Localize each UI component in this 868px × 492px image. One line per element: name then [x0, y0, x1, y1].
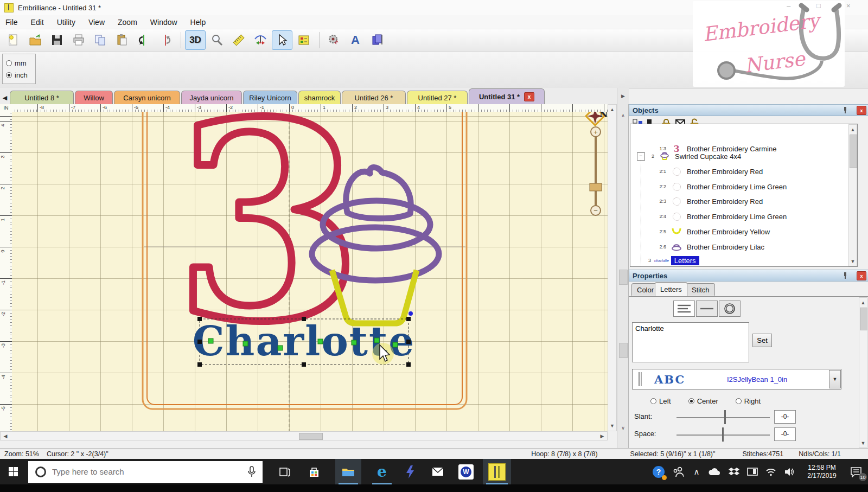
canvas-vertical-scrollbar[interactable]: ▲ ▼	[608, 104, 617, 431]
menu-view[interactable]: View	[88, 18, 105, 27]
3d-view-button[interactable]: 3D	[185, 30, 206, 50]
slant-value[interactable]: -0-	[774, 410, 796, 424]
font-selector[interactable]: ABC I2SJellyBean 1_0in ▼	[632, 369, 841, 389]
align-right-option[interactable]: Right	[736, 395, 761, 407]
object-row-letters[interactable]: 3 charlotte Letters	[630, 253, 858, 267]
splitter-grip[interactable]	[619, 270, 628, 285]
menu-file[interactable]: File	[5, 18, 18, 27]
tab-untitled-8[interactable]: Untitled 8 *	[10, 91, 74, 104]
help-tray-icon[interactable]: ?	[649, 459, 668, 484]
objects-pane-header[interactable]: Objects	[629, 104, 868, 116]
select-pointer-button[interactable]	[272, 30, 292, 50]
object-row[interactable]: 2:5 Brother Embroidery Yellow	[630, 225, 858, 239]
tree-scroll-thumb[interactable]	[850, 135, 857, 168]
pin-icon[interactable]	[841, 106, 849, 114]
tab-untitled-26[interactable]: Untitled 26 *	[342, 91, 406, 104]
tab-overflow-right-icon[interactable]: ▶	[620, 92, 627, 99]
taskbar-search[interactable]	[28, 461, 263, 483]
tab-untitled-27[interactable]: Untitled 27 *	[407, 91, 468, 104]
scroll-up-icon[interactable]: ▲	[859, 299, 867, 306]
object-row[interactable]: 2:3 Brother Embroidery Red	[630, 194, 858, 208]
paste-button[interactable]	[112, 30, 132, 50]
color-notes-button[interactable]	[293, 30, 314, 50]
lightning-app-icon[interactable]	[398, 459, 422, 484]
notification-center-icon[interactable]: 10	[844, 459, 868, 484]
zoom-in-icon[interactable]: +	[593, 128, 598, 136]
save-button[interactable]	[47, 30, 67, 50]
open-file-button[interactable]	[25, 30, 46, 50]
font-dropdown-icon[interactable]: ▼	[829, 370, 841, 388]
space-slider-handle[interactable]	[722, 427, 724, 442]
zoom-tool-button[interactable]	[207, 30, 227, 50]
properties-scroll-thumb[interactable]	[860, 308, 867, 330]
scroll-up-icon[interactable]: ▲	[608, 106, 616, 113]
tab-riley-unicorn[interactable]: Riley Unicorn	[243, 91, 297, 104]
menu-window[interactable]: Window	[150, 18, 177, 27]
hscroll-thumb[interactable]	[299, 433, 323, 440]
scroll-down-icon[interactable]: ▼	[849, 258, 857, 265]
display-tray-icon[interactable]	[743, 459, 762, 484]
measure-tool-button[interactable]	[228, 30, 249, 50]
tab-letters[interactable]: Letters	[655, 282, 687, 296]
merge-design-button[interactable]	[367, 30, 387, 50]
stitch-export-button[interactable]	[323, 30, 344, 50]
align-left-option[interactable]: Left	[650, 395, 671, 407]
maximize-button[interactable]: □	[816, 2, 821, 10]
print-button[interactable]	[68, 30, 89, 50]
search-input[interactable]	[51, 467, 247, 477]
panel-splitter[interactable]: ▶ ∧ ∨	[617, 88, 629, 448]
properties-scrollbar[interactable]: ▲ ▼	[859, 297, 867, 448]
scroll-right-icon[interactable]: ▶	[598, 432, 606, 440]
zoom-out-icon[interactable]: −	[593, 207, 598, 215]
design-canvas[interactable]: 3 Charlotte	[12, 112, 608, 431]
tab-willow[interactable]: Willow	[75, 91, 113, 104]
tray-expand-icon[interactable]: ∧	[688, 459, 705, 484]
flip-vertical-button[interactable]	[155, 30, 176, 50]
menu-utility[interactable]: Utility	[57, 18, 75, 27]
tab-shamrock[interactable]: shamrock	[298, 91, 341, 104]
wilcom-app-icon[interactable]: W	[454, 459, 478, 484]
mail-app-icon[interactable]	[425, 459, 450, 484]
scroll-down-icon[interactable]: ▼	[608, 422, 616, 430]
menu-help[interactable]: Help	[190, 18, 206, 27]
task-view-icon[interactable]	[272, 459, 297, 484]
dropbox-tray-icon[interactable]	[725, 459, 743, 484]
flip-horizontal-button[interactable]	[133, 30, 154, 50]
align-center-option[interactable]: Center	[688, 395, 718, 407]
unit-inch-option[interactable]: inch	[6, 69, 32, 81]
file-explorer-icon[interactable]	[335, 459, 361, 484]
letters-text-input[interactable]: Charlotte	[632, 322, 749, 362]
onedrive-tray-icon[interactable]	[705, 459, 725, 484]
unit-mm-option[interactable]: mm	[6, 57, 32, 69]
wifi-tray-icon[interactable]	[762, 459, 780, 484]
objects-tree[interactable]: 1:3 3 Brother Embroidery Carmine − 2 Swi…	[630, 124, 858, 267]
slant-slider[interactable]	[676, 417, 770, 418]
objects-tree-scrollbar[interactable]: ▲ ▼	[848, 124, 857, 266]
multiline-layout-button[interactable]	[673, 301, 695, 317]
taskbar-clock[interactable]: 12:58 PM 2/17/2019	[800, 459, 844, 484]
space-value[interactable]: -0-	[774, 427, 796, 441]
microphone-icon[interactable]	[247, 466, 256, 478]
tab-jayda-unicorn[interactable]: Jayda unicorn	[181, 91, 242, 104]
objects-pane-close-icon[interactable]: x	[857, 106, 866, 115]
scroll-left-icon[interactable]: ◀	[2, 432, 9, 440]
tab-stitch[interactable]: Stitch	[686, 283, 715, 296]
collapse-down-icon[interactable]: ∨	[620, 424, 627, 431]
letters-tool-button[interactable]: A	[345, 30, 366, 50]
stitch-simulator-button[interactable]	[250, 30, 271, 50]
set-button[interactable]: Set	[752, 334, 772, 347]
tab-carsyn-unicorn[interactable]: Carsyn unicorn	[114, 91, 180, 104]
properties-pane-close-icon[interactable]: x	[857, 271, 866, 280]
edge-browser-icon[interactable]: e	[369, 459, 395, 484]
tab-close-icon[interactable]: x	[524, 92, 534, 101]
object-row[interactable]: 2:1 Brother Embroidery Red	[630, 164, 858, 178]
pin-icon[interactable]	[841, 272, 849, 279]
scroll-up-icon[interactable]: ▲	[849, 126, 857, 133]
menu-zoom[interactable]: Zoom	[118, 18, 137, 27]
canvas-horizontal-scrollbar[interactable]: ◀ ▶	[0, 431, 608, 440]
microsoft-store-icon[interactable]	[302, 459, 327, 484]
volume-tray-icon[interactable]	[780, 459, 800, 484]
embrilliance-app-icon[interactable]	[483, 459, 511, 484]
start-button[interactable]	[0, 459, 26, 484]
splitter-grip[interactable]	[619, 343, 628, 358]
